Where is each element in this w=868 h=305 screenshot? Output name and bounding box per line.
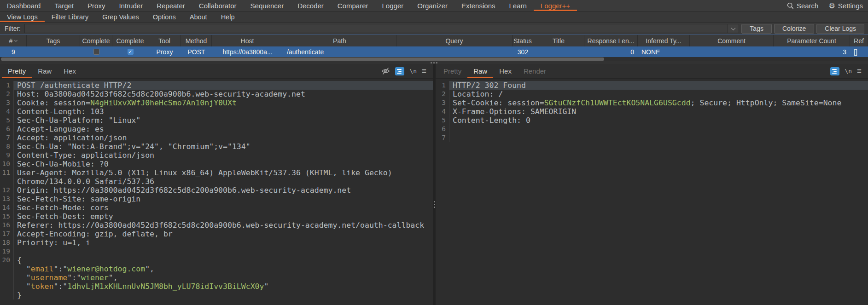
column-header-path[interactable]: Path	[283, 35, 396, 46]
code-text: Content-Type: application/json	[14, 151, 154, 160]
column-header-method[interactable]: Method	[181, 35, 212, 46]
line-number	[0, 177, 14, 186]
column-header-label: Title	[553, 37, 565, 45]
eye-off-icon[interactable]	[381, 67, 390, 75]
column-header-query[interactable]: Query	[396, 35, 513, 46]
code-text: Chrome/134.0.0.0 Safari/537.36	[14, 177, 154, 186]
code-text: Sec-Ch-Ua: "Not:A-Brand";v="24", "Chromi…	[14, 142, 250, 151]
column-header-inferred-ty[interactable]: Inferred Ty...	[638, 35, 690, 46]
settings-button[interactable]: ⚙ Settings	[823, 0, 868, 11]
code-line: 4Content-Length: 103	[0, 107, 433, 116]
column-header-complete[interactable]: Complete	[112, 35, 148, 46]
submenu-view-logs[interactable]: View Logs	[0, 12, 45, 22]
menu-extensions[interactable]: Extensions	[454, 0, 502, 11]
complete-checkbox[interactable]	[93, 49, 99, 55]
pretty-print-icon[interactable]	[830, 67, 839, 75]
complete-checkbox-checked[interactable]: ✓	[128, 49, 134, 55]
request-editor-content[interactable]: 1POST /authenticate HTTP/22Host: 0a3800a…	[0, 79, 433, 305]
line-number: 1	[436, 81, 449, 90]
column-header-status[interactable]: Status	[513, 35, 533, 46]
request-tab-pretty[interactable]: Pretty	[2, 64, 32, 78]
menu-comparer[interactable]: Comparer	[331, 0, 375, 11]
code-line: 1POST /authenticate HTTP/2	[0, 81, 433, 90]
line-number: 7	[436, 133, 449, 142]
line-number: 1	[0, 81, 14, 90]
code-text: }	[14, 291, 22, 299]
pretty-print-icon[interactable]	[395, 67, 404, 75]
cell-inferred-ty: NONE	[638, 46, 690, 57]
column-header-ref[interactable]: Ref	[850, 35, 868, 46]
menu-learn[interactable]: Learn	[502, 0, 533, 11]
column-header-tags[interactable]: Tags	[27, 35, 80, 46]
submenu-filter-library[interactable]: Filter Library	[45, 12, 96, 22]
response-tab-hex[interactable]: Hex	[493, 64, 518, 78]
search-button[interactable]: Search	[782, 0, 824, 11]
colorize-button[interactable]: Colorize	[774, 24, 814, 34]
code-line: 3Cookie: session=N4gHiUxvXWfJ0heHcSmo7An…	[0, 98, 433, 107]
response-tab-render[interactable]: Render	[518, 64, 552, 78]
request-tab-hex[interactable]: Hex	[58, 64, 82, 78]
menu-proxy[interactable]: Proxy	[81, 0, 112, 11]
code-line: 7	[436, 133, 868, 142]
submenu-about[interactable]: About	[183, 12, 214, 22]
code-text: Priority: u=1, i	[14, 238, 90, 247]
request-tab-raw[interactable]: Raw	[32, 64, 58, 78]
code-text: Sec-Fetch-Mode: cors	[14, 203, 109, 212]
line-number: 4	[436, 107, 449, 116]
cell-status: 302	[513, 46, 533, 57]
column-header-host[interactable]: Host	[212, 35, 283, 46]
response-tab-raw[interactable]: Raw	[467, 64, 493, 78]
column-header-complete[interactable]: Complete	[80, 35, 112, 46]
response-tab-pretty[interactable]: Pretty	[437, 64, 467, 78]
filter-input[interactable]	[24, 24, 739, 33]
vertical-splitter[interactable]	[433, 64, 436, 305]
tags-button[interactable]: Tags	[741, 24, 772, 34]
filter-dropdown-button[interactable]	[728, 24, 739, 33]
menu-collaborator[interactable]: Collaborator	[192, 0, 244, 11]
menu-repeater[interactable]: Repeater	[150, 0, 192, 11]
column-header-label: Response Len...	[588, 37, 635, 45]
line-number	[0, 291, 14, 299]
line-number: 12	[0, 186, 14, 195]
menu-logger[interactable]: Logger++	[534, 0, 577, 11]
code-text: "username":"wiener",	[14, 273, 118, 282]
cell-parameter-count: 3	[774, 46, 850, 57]
scrollbar-thumb[interactable]	[1, 58, 604, 61]
submenu-options[interactable]: Options	[146, 12, 183, 22]
newline-char-icon[interactable]: \n	[845, 68, 852, 75]
menu-logger[interactable]: Logger	[375, 0, 411, 11]
column-header-num[interactable]: #	[0, 35, 27, 46]
code-line: "username":"wiener",	[0, 273, 433, 282]
log-table-selected-row[interactable]: 9✓ProxyPOSThttps://0a3800a.../authentica…	[0, 46, 868, 57]
column-header-parameter-count[interactable]: Parameter Count	[774, 35, 850, 46]
column-header-comment[interactable]: Comment	[690, 35, 774, 46]
submenu-help[interactable]: Help	[214, 12, 242, 22]
newline-char-icon[interactable]: \n	[409, 68, 417, 75]
menu-dashboard[interactable]: Dashboard	[0, 0, 47, 11]
menu-icon[interactable]: ≡	[422, 67, 426, 75]
column-header-tool[interactable]: Tool	[148, 35, 181, 46]
code-line: }	[0, 291, 433, 299]
column-header-label: Status	[513, 37, 532, 45]
submenu-grep-values[interactable]: Grep Values	[95, 12, 146, 22]
column-header-response-len[interactable]: Response Len...	[584, 35, 638, 46]
menu-decoder[interactable]: Decoder	[291, 0, 331, 11]
code-line: 10Sec-Ch-Ua-Mobile: ?0	[0, 160, 433, 168]
line-number: 7	[0, 133, 14, 142]
cell-tags	[27, 46, 80, 57]
menu-target[interactable]: Target	[47, 0, 81, 11]
menu-organizer[interactable]: Organizer	[410, 0, 454, 11]
column-header-title[interactable]: Title	[533, 35, 584, 46]
code-line: 4X-Frame-Options: SAMEORIGIN	[436, 107, 868, 116]
column-header-label: Tool	[158, 37, 170, 45]
code-line: 8Sec-Ch-Ua: "Not:A-Brand";v="24", "Chrom…	[0, 142, 433, 151]
menu-sequencer[interactable]: Sequencer	[244, 0, 291, 11]
menu-icon[interactable]: ≡	[857, 67, 862, 75]
column-header-label: Ref	[854, 37, 864, 45]
menu-intruder[interactable]: Intruder	[112, 0, 150, 11]
clear-logs-button[interactable]: Clear Logs	[816, 24, 864, 34]
response-editor-content[interactable]: 1HTTP/2 302 Found2Location: /3Set-Cookie…	[436, 79, 868, 305]
response-tabbar: PrettyRawHexRender\n≡	[436, 64, 868, 79]
code-line: 20{	[0, 256, 433, 265]
code-line: 14Sec-Fetch-Mode: cors	[0, 203, 433, 212]
